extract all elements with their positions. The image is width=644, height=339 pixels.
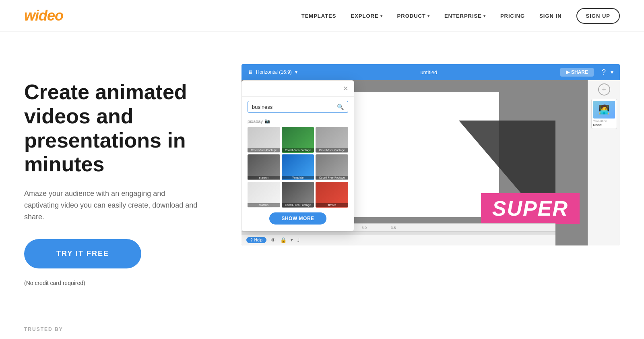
media-thumb-6[interactable]: Covell-Free-Footage bbox=[316, 154, 348, 180]
question-icon: ? bbox=[250, 238, 253, 242]
media-thumb-3[interactable]: Covell-Free-Footage bbox=[316, 127, 348, 153]
editor-right-sidebar: + 🧑‍💻 Transition None bbox=[588, 80, 620, 245]
search-input-value[interactable]: business bbox=[252, 104, 334, 110]
eye-icon[interactable]: 👁 bbox=[270, 237, 276, 243]
media-library-modal: ✕ business 🔍 pixabay 📷 Covell-Free-Foota… bbox=[242, 80, 354, 231]
search-icon: 🔍 bbox=[337, 104, 344, 110]
modal-header: ✕ bbox=[242, 81, 354, 97]
no-credit-card-label: (No credit card required) bbox=[24, 280, 217, 286]
music-icon[interactable]: ♩ bbox=[297, 237, 300, 243]
nav-templates[interactable]: TEMPLATES bbox=[301, 13, 336, 19]
layout-label: Horizontal (16:9) bbox=[256, 69, 292, 75]
pixabay-source-label: pixabay 📷 bbox=[242, 117, 354, 127]
timeline-bottom-bar: ? Help 👁 🔒 ▾ ♩ bbox=[242, 234, 555, 245]
editor-title: untitled bbox=[302, 69, 555, 75]
pixabay-icon: 📷 bbox=[264, 119, 270, 124]
timeline-marker: 3.0 bbox=[361, 226, 367, 230]
signin-button[interactable]: SIGN IN bbox=[539, 13, 561, 19]
lock-icon[interactable]: 🔒 bbox=[280, 237, 287, 243]
hero-left: Create animated videos and presentations… bbox=[24, 64, 217, 286]
super-text-element: SUPER bbox=[481, 193, 580, 224]
down-icon: ▾ bbox=[291, 237, 293, 243]
hero-section: Create animated videos and presentations… bbox=[0, 32, 644, 310]
nav-product[interactable]: PRODUCT ▾ bbox=[397, 13, 430, 19]
app-screenshot: 🖥 Horizontal (16:9) ▾ untitled ▶ SHARE ?… bbox=[242, 64, 620, 245]
chevron-down-icon: ▾ bbox=[295, 69, 297, 75]
media-thumb-2[interactable]: Covell-Free-Footage bbox=[282, 127, 314, 153]
add-element-button[interactable]: + bbox=[598, 83, 610, 96]
transition-value: None bbox=[593, 123, 615, 127]
media-thumb-8[interactable]: Covell-Free-Footage bbox=[282, 182, 314, 208]
share-button[interactable]: ▶ SHARE bbox=[560, 68, 594, 77]
editor-topbar-left: 🖥 Horizontal (16:9) ▾ bbox=[248, 69, 297, 75]
nav-explore[interactable]: EXPLORE ▾ bbox=[351, 13, 382, 19]
header: wideo TEMPLATES EXPLORE ▾ PRODUCT ▾ ENTE… bbox=[0, 0, 644, 32]
share-icon: ▶ bbox=[566, 69, 570, 75]
chevron-down-icon: ▾ bbox=[611, 69, 613, 75]
help-button[interactable]: ? Help bbox=[246, 237, 266, 243]
element-card[interactable]: 🧑‍💻 Transition None bbox=[591, 99, 617, 129]
hero-right: 🖥 Horizontal (16:9) ▾ untitled ▶ SHARE ?… bbox=[242, 64, 620, 245]
main-nav: TEMPLATES EXPLORE ▾ PRODUCT ▾ ENTERPRISE… bbox=[301, 8, 620, 24]
logo[interactable]: wideo bbox=[24, 7, 63, 24]
media-thumb-5[interactable]: Template bbox=[282, 154, 314, 180]
media-thumb-4[interactable]: starsun bbox=[248, 154, 280, 180]
nav-pricing[interactable]: PRICING bbox=[500, 13, 525, 19]
hero-subtitle: Amaze your audience with an engaging and… bbox=[24, 188, 201, 223]
character-icon: 🧑‍💻 bbox=[599, 104, 609, 115]
trusted-label: TRUSTED BY bbox=[24, 327, 620, 332]
show-more-button[interactable]: SHOW MORE bbox=[269, 212, 326, 225]
transition-label: Transition bbox=[593, 119, 615, 123]
chevron-down-icon: ▾ bbox=[483, 14, 486, 18]
modal-close-button[interactable]: ✕ bbox=[343, 85, 348, 92]
hero-title: Create animated videos and presentations… bbox=[24, 80, 217, 177]
media-thumb-1[interactable]: Covell-Free-Footage bbox=[248, 127, 280, 153]
editor-topbar: 🖥 Horizontal (16:9) ▾ untitled ▶ SHARE ?… bbox=[242, 64, 620, 80]
media-search-box[interactable]: business 🔍 bbox=[248, 101, 348, 113]
media-grid: Covell-Free-Footage Covell-Free-Footage … bbox=[242, 127, 354, 208]
media-thumb-9[interactable]: filmora bbox=[316, 182, 348, 208]
help-icon[interactable]: ? bbox=[602, 68, 606, 77]
avatar-thumbnail: 🧑‍💻 bbox=[593, 101, 615, 119]
timeline-marker: 3.5 bbox=[391, 226, 396, 230]
signup-button[interactable]: SIGN UP bbox=[576, 8, 620, 24]
monitor-icon: 🖥 bbox=[248, 69, 253, 75]
try-it-free-button[interactable]: TRY IT FREE bbox=[24, 239, 141, 268]
chevron-down-icon: ▾ bbox=[427, 14, 430, 18]
nav-enterprise[interactable]: ENTERPRISE ▾ bbox=[444, 13, 486, 19]
trusted-section: TRUSTED BY Sprint ✈ STAPLES ● Discovery … bbox=[0, 310, 644, 339]
media-thumb-7[interactable]: starsun bbox=[248, 182, 280, 208]
chevron-down-icon: ▾ bbox=[380, 14, 383, 18]
